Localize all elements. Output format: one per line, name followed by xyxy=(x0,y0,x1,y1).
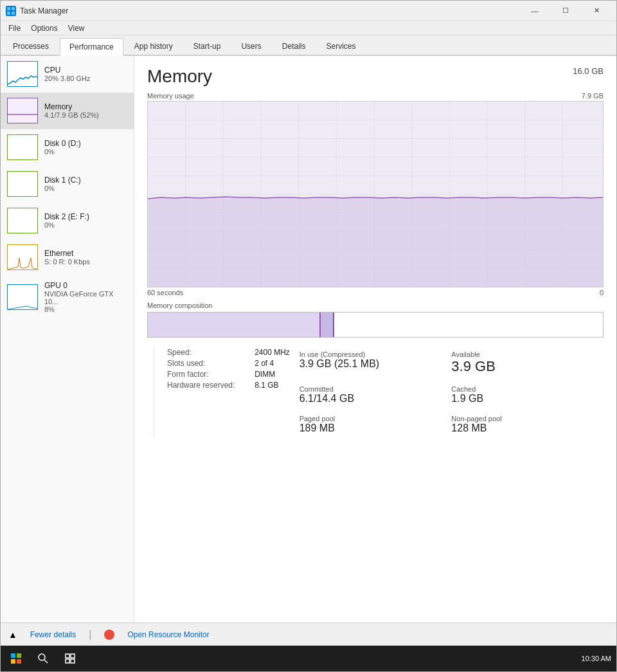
non-paged-value: 128 MB xyxy=(451,422,604,434)
svg-rect-11 xyxy=(8,285,38,310)
svg-rect-41 xyxy=(71,654,75,658)
disk1-name: Disk 1 (C:) xyxy=(44,176,127,185)
task-view-button[interactable] xyxy=(57,646,83,671)
memory-mini-chart xyxy=(8,98,38,123)
window-title: Task Manager xyxy=(20,6,520,15)
form-label: Form factor: xyxy=(167,370,244,379)
stat-cached: Cached 1.9 GB xyxy=(451,383,604,407)
memory-info: Memory 4.1/7.9 GB (52%) xyxy=(44,102,127,119)
app-icon xyxy=(6,6,16,16)
maximize-button[interactable]: ☐ xyxy=(551,1,580,21)
taskbar-right: 10:30 AM xyxy=(577,655,616,662)
sidebar-item-disk1[interactable]: Disk 1 (C:) 0% xyxy=(1,166,134,203)
close-button[interactable]: ✕ xyxy=(582,1,611,21)
minimize-button[interactable]: — xyxy=(520,1,550,21)
chart-label: Memory usage xyxy=(147,92,194,100)
form-value: DIMM xyxy=(255,370,300,379)
stat-in-use: In use (Compressed) 3.9 GB (25.1 MB) xyxy=(300,348,452,377)
tab-details[interactable]: Details xyxy=(273,37,316,55)
disk1-thumb xyxy=(7,171,38,197)
tabbar: Processes Performance App history Start-… xyxy=(1,35,616,56)
comp-used xyxy=(148,313,321,337)
disk1-mini-chart xyxy=(8,172,38,197)
svg-rect-3 xyxy=(12,12,15,15)
disk2-stat: 0% xyxy=(44,221,127,229)
menubar: File Options View xyxy=(1,21,616,35)
slots-value: 2 of 4 xyxy=(255,359,300,368)
sidebar-item-ethernet[interactable]: Ethernet S: 0 R: 0 Kbps xyxy=(1,239,134,276)
stats-grid: In use (Compressed) 3.9 GB (25.1 MB) Ava… xyxy=(147,348,604,437)
resource-monitor-icon xyxy=(104,630,114,640)
paged-pool-value: 189 MB xyxy=(300,422,452,434)
fewer-details-link[interactable]: Fewer details xyxy=(30,630,76,639)
gpu-mini-chart xyxy=(8,285,38,310)
disk2-thumb xyxy=(7,208,38,233)
sidebar-item-gpu[interactable]: GPU 0 NVIDIA GeForce GTX 10... 8% xyxy=(1,276,134,319)
sidebar-item-disk0[interactable]: Disk 0 (D:) 0% xyxy=(1,129,134,166)
task-manager-window: Task Manager — ☐ ✕ File Options View Pro… xyxy=(0,0,617,672)
main-panel: Memory 16.0 GB Memory usage 7.9 GB xyxy=(134,56,616,622)
search-button[interactable] xyxy=(30,646,56,671)
start-button[interactable] xyxy=(3,646,29,671)
comp-modified xyxy=(321,313,334,337)
gpu-thumb xyxy=(7,284,38,310)
disk2-name: Disk 2 (E: F:) xyxy=(44,212,127,221)
disk0-name: Disk 0 (D:) xyxy=(44,139,127,148)
committed-label: Committed xyxy=(300,385,452,393)
tab-processes[interactable]: Processes xyxy=(3,37,58,55)
taskbar: 10:30 AM xyxy=(1,646,616,671)
disk2-mini-chart xyxy=(8,208,38,233)
svg-rect-9 xyxy=(8,208,38,233)
svg-rect-40 xyxy=(66,654,69,658)
time-label: 60 seconds xyxy=(147,289,183,296)
menu-file[interactable]: File xyxy=(3,23,26,34)
sidebar-item-memory[interactable]: Memory 4.1/7.9 GB (52%) xyxy=(1,93,134,129)
tab-app-history[interactable]: App history xyxy=(125,37,183,55)
hw-reserved-value: 8.1 GB xyxy=(255,381,300,390)
disk0-stat: 0% xyxy=(44,148,127,156)
page-title: Memory xyxy=(147,66,212,87)
chart-header: Memory usage 7.9 GB xyxy=(147,92,604,100)
disk1-info: Disk 1 (C:) 0% xyxy=(44,176,127,192)
svg-rect-8 xyxy=(8,172,38,197)
memory-stat: 4.1/7.9 GB (52%) xyxy=(44,111,127,119)
taskbar-items xyxy=(1,646,85,671)
footer-bar: ▲ Fewer details | Open Resource Monitor xyxy=(1,622,616,646)
available-value: 3.9 GB xyxy=(451,358,604,375)
sidebar-item-disk2[interactable]: Disk 2 (E: F:) 0% xyxy=(1,203,134,239)
disk0-mini-chart xyxy=(8,135,38,160)
speed-label: Speed: xyxy=(167,348,244,357)
chart-max: 7.9 GB xyxy=(582,92,604,100)
gpu-stat-line1: NVIDIA GeForce GTX 10... xyxy=(44,290,127,305)
committed-value: 6.1/14.4 GB xyxy=(300,393,452,404)
speed-value: 2400 MHz xyxy=(255,348,300,357)
chart-container: Memory usage 7.9 GB xyxy=(147,92,604,296)
slots-label: Slots used: xyxy=(167,359,244,368)
svg-rect-0 xyxy=(7,7,10,10)
svg-marker-33 xyxy=(148,197,603,287)
tab-performance[interactable]: Performance xyxy=(60,38,123,56)
available-label: Available xyxy=(451,350,604,358)
fewer-details-icon: ▲ xyxy=(8,630,17,640)
taskbar-clock: 10:30 AM xyxy=(582,655,611,662)
open-resource-monitor-link[interactable]: Open Resource Monitor xyxy=(127,630,209,639)
menu-options[interactable]: Options xyxy=(26,23,62,34)
in-use-label: In use (Compressed) xyxy=(300,350,452,358)
composition-bar xyxy=(147,312,604,338)
gpu-stat-line2: 8% xyxy=(44,305,127,313)
gpu-info: GPU 0 NVIDIA GeForce GTX 10... 8% xyxy=(44,281,127,313)
sidebar-item-cpu[interactable]: CPU 20% 3.80 GHz xyxy=(1,56,134,93)
ethernet-name: Ethernet xyxy=(44,249,127,258)
ethernet-info: Ethernet S: 0 R: 0 Kbps xyxy=(44,249,127,266)
disk0-thumb xyxy=(7,134,38,160)
svg-rect-42 xyxy=(66,659,69,663)
tab-startup[interactable]: Start-up xyxy=(184,37,231,55)
tab-services[interactable]: Services xyxy=(316,37,365,55)
sidebar: CPU 20% 3.80 GHz Memory 4.1/7.9 GB (52%) xyxy=(1,56,134,622)
menu-view[interactable]: View xyxy=(63,23,90,34)
memory-total: 16.0 GB xyxy=(573,66,604,76)
svg-rect-4 xyxy=(8,62,38,87)
tab-users[interactable]: Users xyxy=(231,37,271,55)
window-controls: — ☐ ✕ xyxy=(520,1,611,21)
footer-separator: | xyxy=(89,629,91,640)
